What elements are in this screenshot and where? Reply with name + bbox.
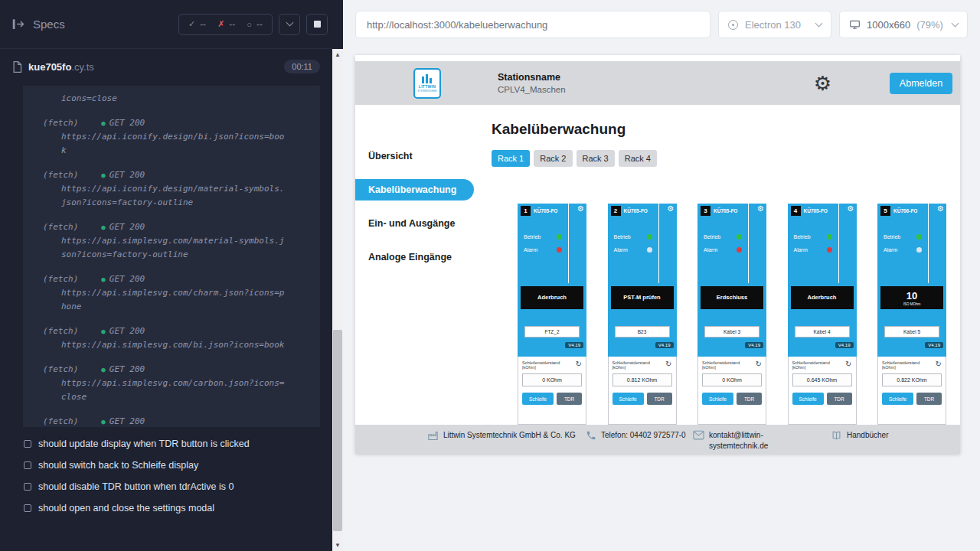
tab-rack-3[interactable]: Rack 3 bbox=[577, 150, 615, 167]
log-entry[interactable]: (fetch)●GET 200 https://api.iconify.desi… bbox=[43, 116, 306, 158]
measurement-label: Schleifenwiderstand [kOhm] bbox=[612, 360, 660, 370]
refresh-icon[interactable]: ↻ bbox=[845, 360, 851, 368]
nav-item-analoge-eingaenge[interactable]: Analoge Eingänge bbox=[355, 240, 485, 274]
stat-pending: ○-- bbox=[247, 19, 263, 30]
tab-rack-2[interactable]: Rack 2 bbox=[534, 150, 572, 167]
schleife-button[interactable]: Schleife bbox=[792, 393, 824, 405]
schleife-button[interactable]: Schleife bbox=[522, 393, 554, 405]
app-footer: Littwin Systemtechnik GmbH & Co. KG Tele… bbox=[355, 425, 960, 454]
url-input[interactable] bbox=[355, 11, 710, 38]
chevron-down-icon bbox=[815, 19, 823, 27]
alarm-led bbox=[557, 247, 562, 253]
log-url: https://api.iconify.design/material-symb… bbox=[61, 182, 288, 210]
tdr-button[interactable]: TDR bbox=[916, 393, 942, 405]
cable-name-field[interactable]: FTZ_2 bbox=[524, 326, 580, 337]
test-box-icon bbox=[24, 483, 31, 491]
tdr-button[interactable]: TDR bbox=[737, 393, 762, 405]
footer-email[interactable]: kontakt@littwin-systemtechnik.de bbox=[693, 430, 799, 451]
sidebar-toggle-icon[interactable] bbox=[12, 18, 25, 30]
alarm-led bbox=[827, 247, 832, 253]
viewport-zoom: (79%) bbox=[916, 19, 943, 31]
card-gear-icon[interactable]: ⚙ bbox=[937, 205, 944, 213]
tab-rack-4[interactable]: Rack 4 bbox=[619, 150, 657, 167]
scrollbar-thumb[interactable] bbox=[333, 330, 342, 530]
log-url: https://api.simplesvg.com/charm.json?ico… bbox=[61, 286, 288, 314]
command-log: icons=close (fetch)●GET 200 https://api.… bbox=[23, 86, 320, 427]
measurement-section: Schleifenwiderstand [kOhm] ↻ 0.645 KOhm … bbox=[788, 357, 857, 425]
log-entry[interactable]: (fetch)●GET 200 https://api.simplesvg.co… bbox=[43, 272, 306, 314]
rack-tabs: Rack 1 Rack 2 Rack 3 Rack 4 bbox=[492, 150, 657, 167]
card-gear-icon[interactable]: ⚙ bbox=[757, 205, 764, 213]
schleife-button[interactable]: Schleife bbox=[612, 393, 644, 405]
card-gear-icon[interactable]: ⚙ bbox=[848, 205, 854, 213]
log-entry[interactable]: (fetch)●GET 200 https://api.simplesvg.co… bbox=[43, 324, 306, 352]
tdr-button[interactable]: TDR bbox=[557, 393, 582, 405]
footer-company: Littwin Systemtechnik GmbH & Co. KG bbox=[427, 430, 580, 442]
tdr-button[interactable]: TDR bbox=[827, 393, 852, 405]
slot-number: 5 bbox=[880, 206, 890, 216]
station-value: CPLV4_Maschen bbox=[498, 85, 566, 94]
test-item[interactable]: should update display when TDR button is… bbox=[0, 433, 332, 455]
cable-name-field[interactable]: Kabel 5 bbox=[884, 326, 939, 337]
spec-name: kue705fo bbox=[28, 61, 71, 73]
schleife-button[interactable]: Schleife bbox=[882, 393, 913, 405]
firmware-version: V4.19 bbox=[655, 342, 674, 348]
measurement-section: Schleifenwiderstand [kOhm] ↻ 0.822 KOhm … bbox=[877, 357, 946, 425]
nav-item-kabelueberwachung[interactable]: Kabelüberwachung bbox=[355, 179, 474, 201]
firmware-version: V4.19 bbox=[745, 342, 763, 348]
cable-name-field[interactable]: Kabel 3 bbox=[704, 326, 760, 337]
collapse-button[interactable] bbox=[279, 14, 300, 35]
stop-icon bbox=[314, 21, 321, 28]
alarm-label: Alarm bbox=[524, 247, 537, 253]
test-item[interactable]: should open and close the settings modal bbox=[0, 497, 332, 519]
log-url: https://api.simplesvg.com/bi.json?icons=… bbox=[61, 338, 288, 352]
test-item[interactable]: should disable TDR button when tdrActive… bbox=[0, 476, 332, 497]
littwin-logo: LITTWIN SYSTEMTECHNIK bbox=[413, 68, 441, 99]
spec-duration-badge: 00:11 bbox=[284, 60, 320, 73]
log-entry[interactable]: (fetch)●GET 200 https://api.simplesvg.co… bbox=[43, 363, 306, 404]
refresh-icon[interactable]: ↻ bbox=[665, 360, 671, 368]
spec-row[interactable]: kue705fo.cy.ts 00:11 bbox=[0, 49, 332, 84]
stop-button[interactable] bbox=[306, 14, 328, 35]
reporter-scrollbar[interactable]: ▲ ▼ bbox=[332, 49, 343, 551]
nav-item-ein-und-ausgaenge[interactable]: Ein- und Ausgänge bbox=[355, 207, 485, 240]
log-url: https://api.iconify.design/bi.json?icons… bbox=[61, 130, 288, 158]
log-entry[interactable]: (fetch)●GET 200 https://api.iconify.desi… bbox=[43, 168, 306, 210]
refresh-icon[interactable]: ↻ bbox=[576, 360, 582, 368]
betrieb-led bbox=[827, 234, 832, 240]
slot-number: 4 bbox=[791, 206, 801, 216]
divider bbox=[748, 204, 749, 283]
footer-manuals[interactable]: Handbücher bbox=[831, 430, 888, 441]
device-model: KÜ706-FO bbox=[893, 208, 917, 214]
circle-icon: ○ bbox=[247, 20, 252, 29]
cable-name-field[interactable]: Kabel 4 bbox=[795, 326, 850, 337]
scroll-up-arrow[interactable]: ▲ bbox=[332, 49, 343, 60]
measurement-section: Schleifenwiderstand [kOhm] ↻ 0.812 KOhm … bbox=[608, 357, 677, 425]
status-dot: ● bbox=[101, 171, 105, 179]
email-icon bbox=[693, 430, 704, 440]
viewport-selector[interactable]: 1000x660 (79%) bbox=[839, 11, 968, 38]
tdr-button[interactable]: TDR bbox=[647, 393, 672, 405]
nav-item-uebersicht[interactable]: Übersicht bbox=[355, 139, 485, 173]
test-item[interactable]: should switch back to Schleife display bbox=[0, 455, 332, 476]
refresh-icon[interactable]: ↻ bbox=[936, 360, 942, 368]
browser-selector[interactable]: Electron 130 bbox=[718, 11, 831, 38]
scroll-down-arrow[interactable]: ▼ bbox=[332, 540, 343, 551]
tab-rack-1[interactable]: Rack 1 bbox=[492, 150, 530, 167]
settings-gear-icon[interactable]: ⚙ bbox=[814, 73, 831, 93]
logout-button[interactable]: Abmelden bbox=[890, 73, 952, 94]
cable-name-field[interactable]: B23 bbox=[615, 326, 670, 337]
specs-label[interactable]: Specs bbox=[33, 18, 65, 31]
measurement-section: Schleifenwiderstand [kOhm] ↻ 0 KOhm Schl… bbox=[518, 357, 586, 425]
log-entry[interactable]: (fetch)●GET 200 https://api.simplesvg.co… bbox=[43, 415, 306, 427]
log-entry[interactable]: (fetch)●GET 200 https://api.simplesvg.co… bbox=[43, 220, 306, 262]
test-box-icon bbox=[24, 440, 31, 448]
footer-phone[interactable]: Telefon: 04402 972577-0 bbox=[586, 430, 699, 441]
refresh-icon[interactable]: ↻ bbox=[756, 360, 762, 368]
status-dot: ● bbox=[101, 366, 105, 373]
card-gear-icon[interactable]: ⚙ bbox=[577, 205, 584, 213]
schleife-button[interactable]: Schleife bbox=[702, 393, 733, 405]
status-display: PST-M prüfen bbox=[611, 286, 674, 309]
card-gear-icon[interactable]: ⚙ bbox=[668, 205, 675, 213]
test-box-icon bbox=[24, 504, 31, 512]
